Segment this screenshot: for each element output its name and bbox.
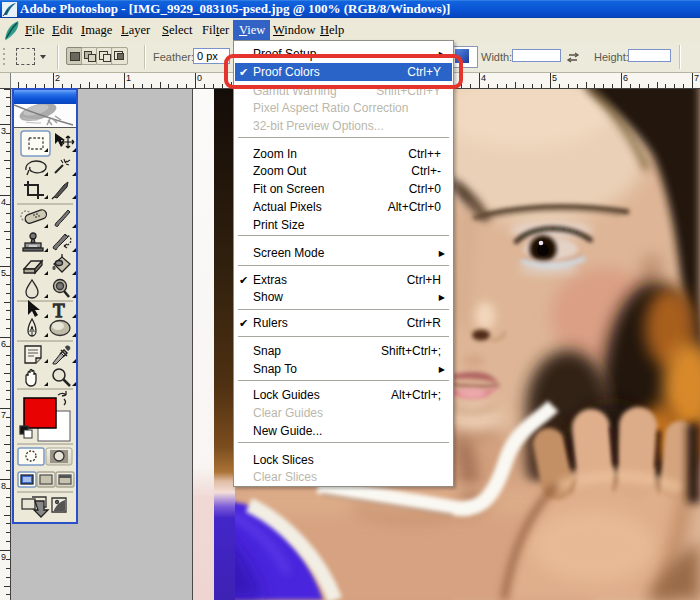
svg-text:T: T [53, 300, 65, 321]
